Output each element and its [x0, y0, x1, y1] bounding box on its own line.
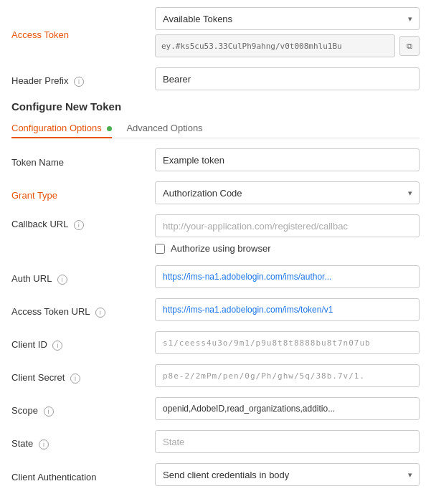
access-token-url-info-icon[interactable]: i — [95, 308, 105, 318]
header-prefix-input-col — [155, 67, 420, 90]
grant-type-input-col: Authorization Code ▾ — [155, 181, 420, 204]
client-id-label: Client ID i — [11, 335, 155, 351]
client-auth-select[interactable]: Send client credentials in body — [155, 463, 420, 486]
grant-type-label: Grant Type — [11, 186, 155, 201]
client-auth-input-col: Send client credentials in body ▾ — [155, 463, 420, 486]
auth-url-input[interactable] — [155, 265, 420, 288]
authorize-browser-row: Authorize using browser — [155, 242, 420, 255]
callback-url-info-icon[interactable]: i — [74, 220, 84, 230]
configure-section: Configure New Token Configuration Option… — [11, 100, 420, 138]
copy-token-button[interactable]: ⧉ — [399, 36, 420, 56]
access-token-url-label: Access Token URL i — [11, 302, 155, 318]
tab-advanced-options[interactable]: Advanced Options — [126, 118, 202, 138]
scope-row: Scope i — [11, 397, 420, 420]
token-value-display: ey.#ks5cu53.33CulPh9ahng/v0t008mhlu1Bu — [155, 34, 395, 57]
grant-type-select-wrapper: Authorization Code ▾ — [155, 181, 420, 204]
callback-url-input[interactable] — [155, 214, 420, 237]
token-value-row: ey.#ks5cu53.33CulPh9ahng/v0t008mhlu1Bu ⧉ — [155, 34, 420, 57]
access-token-url-input[interactable] — [155, 298, 420, 321]
client-auth-row: Client Authentication Send client creden… — [11, 463, 420, 486]
form-container: Access Token Available Tokens ▾ ey.#ks5c… — [0, 0, 431, 503]
auth-url-input-col — [155, 265, 420, 288]
header-prefix-info-icon[interactable]: i — [74, 77, 84, 87]
state-input[interactable] — [155, 430, 420, 453]
grant-type-select[interactable]: Authorization Code — [155, 181, 420, 204]
access-token-url-row: Access Token URL i — [11, 298, 420, 321]
tab-active-dot — [107, 126, 112, 131]
state-info-icon[interactable]: i — [39, 439, 49, 450]
access-token-label: Access Token — [11, 25, 155, 40]
client-secret-info-icon[interactable]: i — [70, 374, 80, 384]
available-tokens-select[interactable]: Available Tokens — [155, 7, 420, 30]
configure-new-token-title: Configure New Token — [11, 100, 420, 113]
client-id-info-icon[interactable]: i — [52, 341, 62, 351]
access-token-row: Access Token Available Tokens ▾ ey.#ks5c… — [11, 7, 420, 57]
client-id-input[interactable] — [155, 331, 420, 354]
auth-url-label: Auth URL i — [11, 269, 155, 285]
token-name-label: Token Name — [11, 153, 155, 168]
access-token-url-input-col — [155, 298, 420, 321]
token-name-input-col — [155, 148, 420, 171]
token-name-row: Token Name — [11, 148, 420, 171]
callback-url-label: Callback URL i — [11, 214, 155, 230]
header-prefix-label: Header Prefix i — [11, 71, 155, 87]
client-secret-input-col — [155, 364, 420, 387]
auth-url-info-icon[interactable]: i — [57, 275, 67, 285]
client-secret-input[interactable] — [155, 364, 420, 387]
client-auth-label: Client Authentication — [11, 467, 155, 482]
authorize-browser-label: Authorize using browser — [171, 243, 270, 254]
scope-input-col — [155, 397, 420, 420]
tab-configuration-options[interactable]: Configuration Options — [11, 118, 112, 138]
state-input-col — [155, 430, 420, 453]
callback-url-input-col: Authorize using browser — [155, 214, 420, 255]
token-name-input[interactable] — [155, 148, 420, 171]
tabs-row: Configuration Options Advanced Options — [11, 118, 420, 138]
client-id-input-col — [155, 331, 420, 354]
client-secret-label: Client Secret i — [11, 368, 155, 384]
client-secret-row: Client Secret i — [11, 364, 420, 387]
header-prefix-input[interactable] — [155, 67, 420, 90]
state-row: State i — [11, 430, 420, 453]
authorize-browser-checkbox[interactable] — [155, 244, 165, 254]
callback-url-row: Callback URL i Authorize using browser — [11, 214, 420, 255]
scope-info-icon[interactable]: i — [44, 406, 54, 417]
access-token-inputs: Available Tokens ▾ ey.#ks5cu53.33CulPh9a… — [155, 7, 420, 57]
scope-input[interactable] — [155, 397, 420, 420]
client-auth-select-wrapper: Send client credentials in body ▾ — [155, 463, 420, 486]
scope-label: Scope i — [11, 401, 155, 417]
state-label: State i — [11, 434, 155, 450]
grant-type-row: Grant Type Authorization Code ▾ — [11, 181, 420, 204]
header-prefix-row: Header Prefix i — [11, 67, 420, 90]
available-tokens-select-wrapper: Available Tokens ▾ — [155, 7, 420, 30]
auth-url-row: Auth URL i — [11, 265, 420, 288]
client-id-row: Client ID i — [11, 331, 420, 354]
